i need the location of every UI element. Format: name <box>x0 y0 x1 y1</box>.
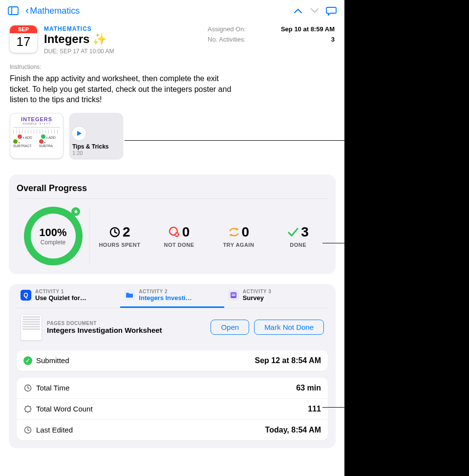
sparkle-icon: ✨ <box>92 32 107 46</box>
activity-count-label: No. Activities: <box>208 36 261 43</box>
svg-marker-2 <box>77 131 82 136</box>
assignment-title: Integers ✨ <box>44 32 201 46</box>
assigned-on-value: Sep 10 at 8:59 AM <box>271 25 335 33</box>
calendar-day: 17 <box>17 33 31 49</box>
next-button[interactable] <box>306 2 323 19</box>
due-label: DUE: SEP 17 AT 10:00 AM <box>44 46 201 55</box>
submitted-label: Submitted <box>36 356 69 365</box>
prev-button[interactable] <box>290 2 306 19</box>
badge-mini-icon <box>23 405 32 413</box>
assignment-meta: Assigned On: Sep 10 at 8:59 AM No. Activ… <box>208 25 335 55</box>
stat-done: 3 DONE <box>268 224 328 248</box>
callout-line <box>322 243 358 243</box>
activity-card: Q ACTIVITY 1 Use Quizlet for… ACTIVITY 2… <box>9 284 336 448</box>
stat-not-done: 0 NOT DONE <box>149 224 209 248</box>
tab-activity-2[interactable]: ACTIVITY 2 Integers Investi… <box>120 284 224 308</box>
total-time-label: Total Time <box>36 384 69 392</box>
folder-icon <box>124 290 135 301</box>
svg-rect-0 <box>8 7 18 15</box>
stat-try-again: 0 TRY AGAIN <box>209 224 269 248</box>
instructions-text: Finish the app activity and worksheet, t… <box>0 73 244 105</box>
progress-heading: Overall Progress <box>17 183 328 198</box>
progress-card: Overall Progress ★ 100% Complete <box>9 174 336 274</box>
open-button[interactable]: Open <box>211 320 249 335</box>
video-duration: 1:20 <box>72 150 120 156</box>
callout-line <box>125 140 357 141</box>
comment-button[interactable] <box>323 2 340 19</box>
svg-rect-11 <box>232 294 235 295</box>
mark-not-done-button[interactable]: Mark Not Done <box>254 320 324 335</box>
video-title: Tips & Tricks <box>72 143 120 150</box>
tab-activity-3[interactable]: ACTIVITY 3 Survey <box>224 284 328 308</box>
instructions-heading: Instructions: <box>0 57 344 73</box>
last-edited-value: Today, 8:54 AM <box>265 426 321 434</box>
document-title: Integers Investigation Worksheet <box>47 326 206 334</box>
total-time-value: 63 min <box>296 384 321 392</box>
progress-percent: 100% <box>39 226 66 239</box>
assigned-on-label: Assigned On: <box>208 25 261 33</box>
calendar-month: SEP <box>10 25 37 33</box>
submitted-value: Sep 12 at 8:54 AM <box>255 356 321 365</box>
retry-icon <box>228 226 240 238</box>
clock-mini-icon-2 <box>23 426 32 434</box>
checkmark-icon <box>287 226 299 238</box>
callout-line <box>322 407 358 408</box>
stat-hours: 2 HOURS SPENT <box>90 224 149 248</box>
quizlet-icon: Q <box>21 290 31 301</box>
back-button[interactable]: ‹ Mathematics <box>25 4 80 17</box>
document-thumbnail <box>21 314 42 341</box>
not-done-icon <box>169 226 180 238</box>
svg-rect-12 <box>232 295 235 296</box>
document-kind: PAGES DOCUMENT <box>47 321 206 326</box>
word-count-label: Total Word Count <box>36 405 93 413</box>
submission-status: ✓ Submitted Sep 12 at 8:54 AM <box>17 350 328 371</box>
chevron-left-icon: ‹ <box>25 4 29 17</box>
clock-mini-icon <box>23 384 32 392</box>
last-edited-label: Last Edited <box>36 426 73 434</box>
progress-ring: 100% Complete <box>24 207 83 265</box>
progress-complete-label: Complete <box>39 239 66 246</box>
activity-count-value: 3 <box>271 36 335 43</box>
tab-activity-1[interactable]: Q ACTIVITY 1 Use Quizlet for… <box>17 284 120 308</box>
attachment-video[interactable]: Tips & Tricks 1:20 <box>69 113 123 159</box>
calendar-chip: SEP 17 <box>10 25 37 53</box>
subject-label: MATHEMATICS <box>44 25 201 32</box>
clock-icon <box>109 226 121 238</box>
svg-marker-14 <box>24 406 31 412</box>
word-count-value: 111 <box>308 405 321 413</box>
poster-title: INTEGERS <box>13 116 60 122</box>
back-label: Mathematics <box>30 6 80 16</box>
play-icon <box>72 127 86 140</box>
check-icon: ✓ <box>23 356 32 365</box>
annotation-margin <box>344 0 469 476</box>
attachment-poster[interactable]: INTEGERS EXAMPLE: -3 • 4 = ? • ADD• ADD … <box>10 113 64 159</box>
activity-details: Total Time 63 min Total Word Count 111 <box>17 378 328 440</box>
sidebar-toggle-icon[interactable] <box>5 2 21 19</box>
survey-icon <box>228 290 239 301</box>
